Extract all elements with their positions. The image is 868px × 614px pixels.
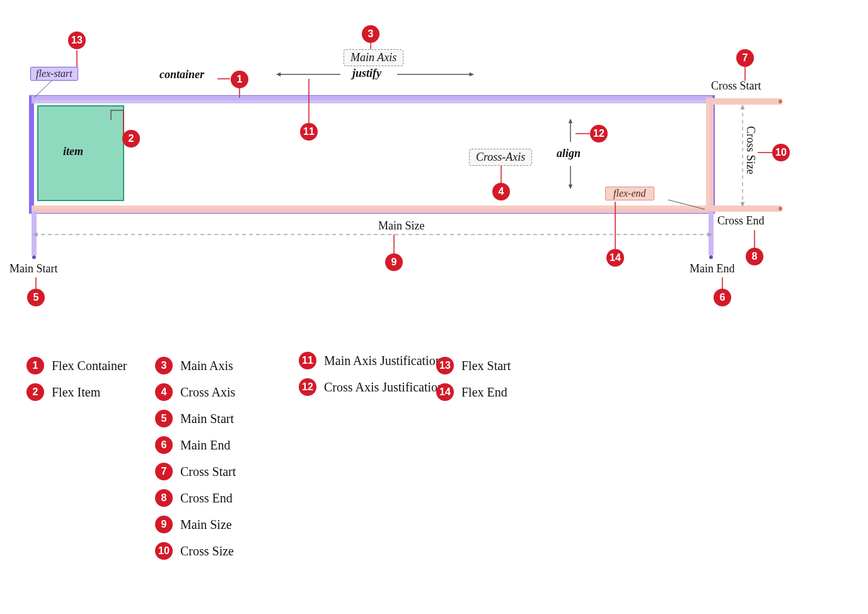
legend-item-3: 3 Main Axis — [155, 357, 236, 374]
legend-badge-2: 2 — [26, 383, 44, 401]
legend-badge-3: 3 — [155, 357, 173, 374]
marker-5: 5 — [27, 289, 45, 306]
legend-badge-1: 1 — [26, 357, 44, 374]
svg-rect-1 — [32, 96, 712, 103]
legend-text-4: Cross Axis — [180, 385, 235, 400]
flex-start-chip: flex-start — [30, 67, 78, 81]
item-label: item — [63, 145, 83, 158]
legend-col-1: 1 Flex Container 2 Flex Item — [26, 357, 127, 410]
marker-4: 4 — [492, 183, 510, 200]
legend-badge-8: 8 — [155, 489, 173, 507]
marker-10: 10 — [772, 144, 790, 161]
marker-3: 3 — [362, 25, 379, 43]
legend-badge-13: 13 — [436, 357, 454, 374]
legend-item-4: 4 Cross Axis — [155, 383, 236, 401]
legend-badge-14: 14 — [436, 383, 454, 401]
marker-13: 13 — [68, 32, 86, 49]
legend-item-11: 11 Main Axis Justification — [299, 352, 444, 369]
marker-9: 9 — [385, 253, 403, 271]
justify-label: justify — [352, 67, 381, 80]
legend-text-8: Cross End — [180, 491, 233, 506]
legend-item-7: 7 Cross Start — [155, 463, 236, 480]
svg-point-9 — [32, 255, 36, 259]
legend-badge-5: 5 — [155, 410, 173, 427]
legend-item-10: 10 Cross Size — [155, 542, 236, 560]
cross-start-label: Cross Start — [711, 79, 761, 93]
legend-badge-6: 6 — [155, 436, 173, 454]
main-end-label: Main End — [690, 262, 735, 275]
legend-text-2: Flex Item — [52, 385, 100, 400]
main-size-label: Main Size — [378, 219, 425, 233]
legend-badge-9: 9 — [155, 516, 173, 533]
legend-item-5: 5 Main Start — [155, 410, 236, 427]
main-axis-label: Main Axis — [344, 49, 403, 66]
legend-text-14: Flex End — [461, 385, 507, 400]
marker-12: 12 — [590, 125, 608, 142]
legend-item-6: 6 Main End — [155, 436, 236, 454]
svg-rect-8 — [32, 211, 37, 255]
legend-col-3: 11 Main Axis Justification 12 Cross Axis… — [299, 352, 444, 405]
legend-text-7: Cross Start — [180, 465, 236, 479]
svg-rect-3 — [706, 98, 714, 211]
marker-11: 11 — [300, 123, 318, 141]
svg-rect-4 — [712, 98, 782, 105]
marker-1: 1 — [231, 71, 248, 88]
legend-badge-4: 4 — [155, 383, 173, 401]
legend-text-1: Flex Container — [52, 359, 127, 373]
legend-col-4: 13 Flex Start 14 Flex End — [436, 357, 511, 410]
flexbox-terminology-diagram: flex-start 13 container 1 Main Axis 3 ju… — [0, 0, 868, 614]
svg-point-7 — [778, 207, 782, 211]
legend-item-2: 2 Flex Item — [26, 383, 127, 401]
marker-14: 14 — [606, 249, 624, 267]
legend-text-9: Main Size — [180, 518, 232, 532]
legend-badge-12: 12 — [299, 378, 316, 396]
main-start-label: Main Start — [9, 262, 58, 275]
cross-end-label: Cross End — [717, 214, 765, 228]
svg-rect-6 — [712, 206, 782, 212]
legend-badge-11: 11 — [299, 352, 316, 369]
legend-badge-7: 7 — [155, 463, 173, 480]
cross-axis-label: Cross-Axis — [469, 149, 532, 166]
marker-6: 6 — [714, 289, 731, 306]
legend-text-12: Cross Axis Justification — [324, 380, 444, 395]
legend-item-14: 14 Flex End — [436, 383, 511, 401]
legend-badge-10: 10 — [155, 542, 173, 560]
legend-item-8: 8 Cross End — [155, 489, 236, 507]
marker-8: 8 — [746, 248, 763, 265]
legend-text-10: Cross Size — [180, 544, 234, 559]
marker-7: 7 — [736, 49, 754, 67]
legend-col-2: 3 Main Axis 4 Cross Axis 5 Main Start 6 … — [155, 357, 236, 569]
legend-text-5: Main Start — [180, 412, 234, 426]
legend-text-6: Main End — [180, 438, 230, 453]
flex-end-chip: flex-end — [605, 187, 654, 200]
align-label: align — [557, 147, 581, 160]
svg-point-11 — [709, 255, 713, 259]
marker-2: 2 — [122, 130, 140, 148]
cross-size-label: Cross Size — [744, 126, 757, 175]
svg-line-26 — [34, 81, 52, 98]
svg-point-5 — [778, 100, 782, 103]
legend-item-13: 13 Flex Start — [436, 357, 511, 374]
legend-text-11: Main Axis Justification — [324, 354, 442, 368]
legend-item-1: 1 Flex Container — [26, 357, 127, 374]
legend-text-13: Flex Start — [461, 359, 511, 373]
legend-item-9: 9 Main Size — [155, 516, 236, 533]
container-label: container — [159, 68, 204, 81]
legend-item-12: 12 Cross Axis Justification — [299, 378, 444, 396]
svg-rect-10 — [709, 211, 714, 255]
svg-rect-2 — [32, 206, 712, 213]
legend-text-3: Main Axis — [180, 359, 233, 373]
